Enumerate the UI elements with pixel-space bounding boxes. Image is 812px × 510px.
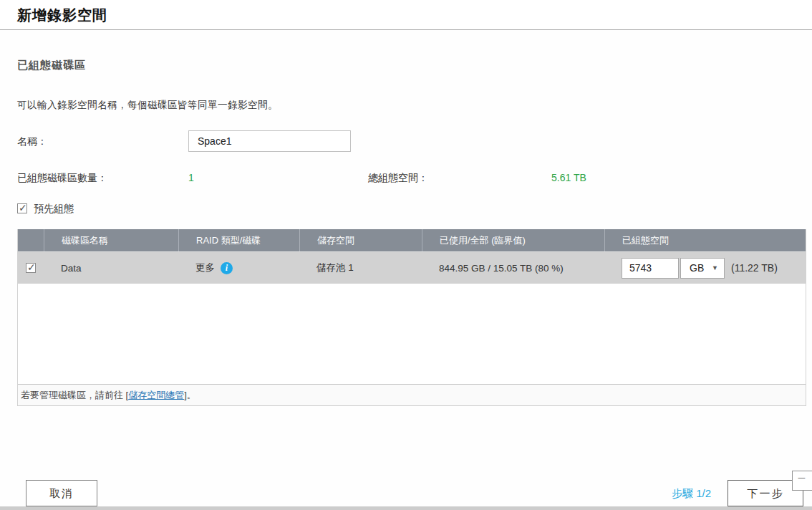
row-checkbox[interactable] [26, 263, 36, 273]
footer-note-before: 若要管理磁碟區，請前往 [ [21, 389, 128, 402]
step-indicator: 步驟 1/2 [672, 487, 711, 501]
header-storage: 儲存空間 [299, 229, 422, 251]
row-volume-name: Data [44, 252, 178, 284]
volume-table: 磁碟區名稱 RAID 類型/磁碟 儲存空間 已使用/全部 (臨界值) 已組態空間… [17, 229, 806, 406]
converted-size-text: (11.22 TB) [731, 262, 778, 274]
row-raid-cell: 更多 i [178, 252, 299, 284]
row-configured-cell: GB ▼ (11.22 TB) [604, 252, 806, 284]
name-input[interactable] [188, 130, 351, 152]
description-text: 可以輸入錄影空間名稱，每個磁碟區皆等同單一錄影空間。 [17, 99, 278, 112]
header-checkbox-cell [18, 229, 44, 251]
table-row: Data 更多 i 儲存池 1 844.95 GB / 15.05 TB (80… [18, 251, 806, 284]
overlapping-window-fragment [792, 471, 812, 491]
row-checkbox-cell [18, 252, 44, 284]
header-used-total: 已使用/全部 (臨界值) [422, 229, 604, 251]
title-bar: 新增錄影空間 [0, 0, 812, 30]
table-empty-area [18, 284, 806, 384]
table-footer-note: 若要管理磁碟區，請前往 [儲存空間總管]。 [18, 384, 806, 405]
preconfig-checkbox[interactable] [17, 203, 27, 213]
info-icon[interactable]: i [221, 262, 233, 274]
row-used-total: 844.95 GB / 15.05 TB (80 %) [422, 252, 604, 284]
footer-note-after: ]。 [184, 389, 196, 402]
raid-more-link[interactable]: 更多 [195, 261, 215, 274]
section-heading: 已組態磁碟區 [17, 59, 86, 72]
unit-dropdown[interactable]: GB ▼ [680, 258, 725, 279]
header-raid-type: RAID 類型/磁碟 [178, 229, 299, 251]
header-configured: 已組態空間 [604, 229, 806, 251]
preconfig-label: 預先組態 [34, 203, 74, 214]
unit-dropdown-value: GB [690, 262, 704, 274]
table-header-row: 磁碟區名稱 RAID 類型/磁碟 儲存空間 已使用/全部 (臨界值) 已組態空間 [18, 229, 806, 251]
row-storage-pool: 儲存池 1 [299, 252, 422, 284]
header-volume-name: 磁碟區名稱 [44, 229, 178, 251]
configured-size-input[interactable] [622, 258, 679, 279]
bottom-edge-strip [0, 506, 812, 510]
page-title: 新增錄影空間 [17, 6, 107, 25]
preconfig-row: 預先組態 [17, 203, 74, 216]
total-space-value: 5.61 TB [551, 172, 586, 183]
volume-count-label: 已組態磁碟區數量： [17, 172, 107, 185]
chevron-down-icon: ▼ [712, 264, 718, 271]
add-recording-space-dialog: 新增錄影空間 已組態磁碟區 可以輸入錄影空間名稱，每個磁碟區皆等同單一錄影空間。… [0, 0, 812, 510]
storage-manager-link[interactable]: 儲存空間總管 [128, 389, 184, 402]
name-label: 名稱： [17, 135, 47, 148]
cancel-button[interactable]: 取消 [26, 480, 97, 506]
total-space-label: 總組態空間： [368, 172, 428, 185]
volume-count-value: 1 [188, 172, 194, 183]
